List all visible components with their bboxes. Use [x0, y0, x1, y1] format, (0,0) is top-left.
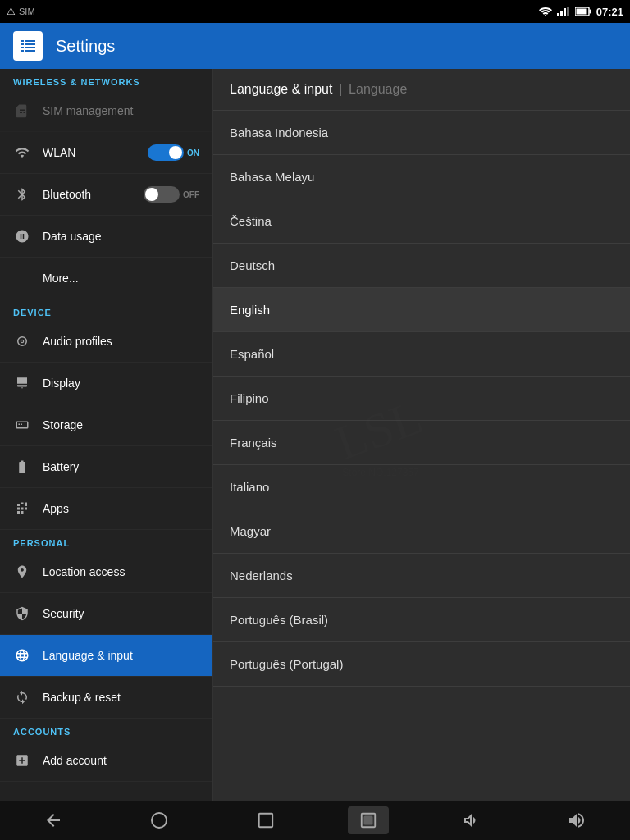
sidebar-item-display-label: Display	[43, 377, 80, 390]
section-header-accounts: ACCOUNTS	[0, 719, 212, 740]
sidebar-item-location[interactable]: Location access	[0, 551, 212, 593]
home-button[interactable]	[135, 804, 184, 837]
svg-point-17	[152, 813, 167, 828]
sidebar-item-apps-label: Apps	[43, 502, 69, 515]
svg-rect-3	[564, 8, 566, 16]
sidebar-item-data-usage[interactable]: Data usage	[0, 216, 212, 258]
screenshot-button[interactable]	[348, 806, 389, 834]
bluetooth-toggle[interactable]: OFF	[144, 186, 199, 203]
status-bar: ⚠ SIM 07:21	[0, 0, 630, 23]
battery-icon	[13, 458, 31, 476]
language-list: Bahasa Indonesia Bahasa Melayu Čeština D…	[213, 111, 630, 687]
status-bar-left: ⚠ SIM	[7, 6, 35, 17]
nav-bar	[0, 801, 630, 840]
svg-rect-1	[557, 13, 559, 16]
svg-rect-11	[25, 50, 35, 52]
sidebar-item-storage[interactable]: Storage	[0, 404, 212, 446]
wifi-sidebar-icon	[13, 144, 31, 162]
svg-rect-20	[364, 816, 372, 824]
sidebar-item-more-label: More...	[43, 272, 79, 285]
sidebar-item-audio[interactable]: Audio profiles	[0, 321, 212, 363]
sidebar-item-backup[interactable]: Backup & reset	[0, 677, 212, 719]
section-header-wireless: WIRELESS & NETWORKS	[0, 69, 212, 90]
more-icon	[13, 269, 31, 287]
battery-status-icon	[575, 7, 591, 16]
apps-icon	[13, 500, 31, 518]
language-item-magyar[interactable]: Magyar	[213, 509, 630, 554]
svg-rect-8	[21, 40, 24, 42]
language-item-espanol[interactable]: Español	[213, 332, 630, 377]
language-item-portugues-brasil[interactable]: Português (Brasil)	[213, 598, 630, 642]
recents-button[interactable]	[241, 804, 290, 837]
settings-app-icon	[13, 31, 43, 61]
language-item-portugues-portugal[interactable]: Português (Portugal)	[213, 642, 630, 687]
language-item-francais[interactable]: Français	[213, 421, 630, 465]
sidebar-item-language-label: Language & input	[43, 649, 133, 662]
svg-rect-18	[259, 814, 273, 828]
sidebar-item-data-usage-label: Data usage	[43, 230, 102, 243]
sidebar-item-battery[interactable]: Battery	[0, 446, 212, 488]
sidebar-item-apps[interactable]: Apps	[0, 488, 212, 530]
alert-icon: ⚠	[7, 6, 16, 17]
sidebar-item-bluetooth[interactable]: Bluetooth OFF	[0, 174, 212, 216]
sidebar: WIRELESS & NETWORKS SIM management WLAN …	[0, 69, 213, 801]
page-title: Settings	[56, 37, 115, 56]
security-icon	[13, 605, 31, 623]
sidebar-item-sim-label: SIM management	[43, 104, 134, 117]
sidebar-item-security[interactable]: Security	[0, 593, 212, 635]
volume-down-button[interactable]	[445, 804, 495, 837]
svg-rect-9	[25, 40, 35, 42]
language-item-cestina[interactable]: Čeština	[213, 199, 630, 244]
sidebar-item-audio-label: Audio profiles	[43, 335, 112, 348]
breadcrumb: Language & input | Language	[213, 69, 630, 111]
add-account-icon	[13, 751, 31, 769]
wifi-icon	[539, 7, 552, 16]
sim-card-icon	[13, 102, 31, 120]
breadcrumb-sub: Language	[349, 82, 407, 97]
sidebar-item-location-label: Location access	[43, 565, 125, 578]
wlan-toggle[interactable]: ON	[148, 144, 199, 161]
svg-rect-6	[589, 10, 591, 14]
sidebar-item-storage-label: Storage	[43, 418, 83, 431]
time-display: 07:21	[596, 6, 623, 18]
sidebar-item-add-account[interactable]: Add account	[0, 740, 212, 782]
app-header: Settings	[0, 23, 630, 69]
breadcrumb-main: Language & input	[230, 82, 332, 97]
language-icon	[13, 646, 31, 664]
language-item-bahasa-indonesia[interactable]: Bahasa Indonesia	[213, 111, 630, 155]
location-icon	[13, 563, 31, 581]
display-icon	[13, 374, 31, 392]
data-usage-icon	[13, 227, 31, 245]
language-item-deutsch[interactable]: Deutsch	[213, 244, 630, 288]
sidebar-item-wlan[interactable]: WLAN ON	[0, 132, 212, 174]
sidebar-item-language[interactable]: Language & input	[0, 635, 212, 677]
language-item-filipino[interactable]: Filipino	[213, 377, 630, 421]
svg-point-14	[21, 340, 23, 342]
svg-point-0	[545, 15, 546, 16]
sidebar-item-add-account-label: Add account	[43, 754, 107, 767]
breadcrumb-separator: |	[339, 83, 342, 96]
language-item-bahasa-melayu[interactable]: Bahasa Melayu	[213, 155, 630, 199]
language-item-italiano[interactable]: Italiano	[213, 465, 630, 509]
bluetooth-icon	[13, 185, 31, 203]
sidebar-item-more[interactable]: More...	[0, 258, 212, 299]
svg-rect-4	[567, 7, 569, 16]
back-button[interactable]	[29, 804, 78, 837]
language-item-nederlands[interactable]: Nederlands	[213, 554, 630, 598]
sidebar-item-sim[interactable]: SIM management	[0, 90, 212, 132]
signal-icon	[557, 7, 570, 16]
status-bar-right: 07:21	[539, 6, 623, 18]
volume-up-button[interactable]	[552, 804, 601, 837]
backup-icon	[13, 688, 31, 706]
sidebar-item-wlan-label: WLAN	[43, 146, 75, 159]
sim-icon: SIM	[19, 7, 35, 16]
storage-icon	[13, 416, 31, 434]
main-layout: WIRELESS & NETWORKS SIM management WLAN …	[0, 69, 630, 801]
language-item-english[interactable]: English	[213, 288, 630, 332]
svg-rect-7	[576, 9, 586, 15]
sidebar-item-bluetooth-label: Bluetooth	[43, 188, 91, 201]
sidebar-item-display[interactable]: Display	[0, 363, 212, 404]
svg-rect-10	[21, 50, 24, 52]
svg-rect-2	[560, 11, 563, 16]
sidebar-item-security-label: Security	[43, 607, 84, 620]
